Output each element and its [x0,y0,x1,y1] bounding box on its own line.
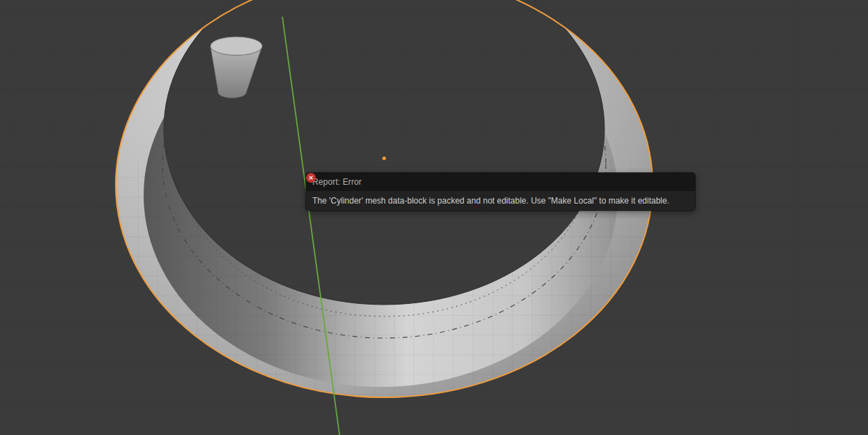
report-popup-title: Report: Error [312,177,362,187]
report-popup-message: The 'Cylinder' mesh data-block is packed… [312,196,669,206]
viewport-canvas [0,0,868,435]
report-popup-header: Report: Error [306,173,695,191]
error-circle-x-icon: ✕ [306,173,316,183]
object-origin-dot[interactable] [382,156,386,160]
3d-viewport[interactable]: Report: Error ✕ The 'Cylinder' mesh data… [0,0,868,435]
report-popup[interactable]: Report: Error ✕ The 'Cylinder' mesh data… [305,172,696,211]
cylinder-top-face [211,37,262,55]
svg-text:✕: ✕ [308,174,313,181]
report-popup-body: ✕ The 'Cylinder' mesh data-block is pack… [306,191,695,211]
